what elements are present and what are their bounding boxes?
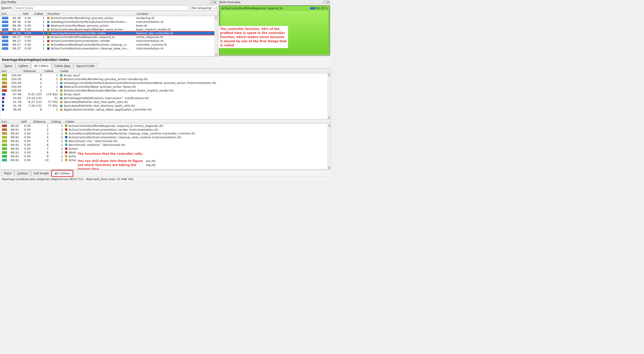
table-row[interactable]: 100.0051Array::any?: [0, 73, 331, 77]
detach-icon[interactable]: ◇: [210, 1, 213, 4]
table-row[interactable]: 99.350.001Hearings/HearingDayController:…: [0, 31, 218, 35]
close-icon[interactable]: ⊠: [213, 1, 216, 4]
th-called[interactable]: Called: [33, 12, 46, 16]
scroll-down-icon[interactable]: ▾: [328, 116, 331, 119]
th-location[interactable]: Location: [135, 12, 218, 16]
tab-callee-map[interactable]: Callee Map: [52, 63, 73, 69]
scrollbar[interactable]: ▴ ▾: [328, 73, 331, 119]
table-row[interactable]: 100.0011ActionController/BasicImplicitRe…: [0, 89, 331, 92]
location-name: instrumentation.rb: [135, 47, 218, 50]
self-value: 0.00: [22, 39, 33, 43]
table-row[interactable]: 99.910.0051Benchmark::ms^ (benchmark.rb): [0, 139, 331, 143]
parts-overview-canvas[interactable]: ActionController/MimeResponds::respond_t…: [219, 5, 330, 56]
th-distance[interactable]: Distance: [32, 120, 50, 124]
caller-name: ActionController/Rendering::process_acti…: [63, 77, 331, 81]
tab-source-code[interactable]: Source Code: [73, 63, 98, 69]
th-incl[interactable]: Incl.: [0, 69, 22, 73]
distance-value: 6: [32, 143, 50, 147]
table-row[interactable]: 99.270.001ActionController/MimeResponds:…: [0, 35, 218, 39]
color-square-icon: [47, 21, 50, 23]
search-input[interactable]: [14, 5, 188, 11]
table-row[interactable]: 99.910.0011ActionController/MimeResponds…: [0, 124, 331, 128]
tab-callers[interactable]: Callers: [16, 63, 31, 69]
table-row[interactable]: 99.910.0041ActionController/Instrumentat…: [0, 135, 331, 139]
self-value: 0.00: [20, 143, 32, 147]
th-self[interactable]: Self: [22, 12, 33, 16]
distance-value: 9: [22, 108, 43, 111]
callees-body[interactable]: 99.910.0011ActionController/MimeResponds…: [0, 124, 331, 170]
th-called[interactable]: Called: [43, 69, 59, 73]
called-value: 1: [33, 20, 46, 24]
table-row[interactable]: 99.910.0021ActionController/Instrumentat…: [0, 128, 331, 132]
th-function[interactable]: Function: [46, 12, 135, 16]
tab-all-callees[interactable]: All Callees: [52, 171, 73, 176]
table-row[interactable]: 99.910.00101Action: [0, 158, 331, 162]
table-row[interactable]: 99.910.0031ActiveRecord/Railties/Control…: [0, 132, 331, 135]
scroll-up-icon[interactable]: ▴: [214, 16, 218, 19]
table-row[interactable]: 41.788-27 (12)77 052Sprockets/PathUtils:…: [0, 100, 331, 104]
scroll-up-icon[interactable]: ▴: [328, 73, 331, 77]
color-square-icon: [60, 74, 62, 77]
th-self[interactable]: Self: [20, 120, 32, 124]
location-name: instrumentation.rb: [135, 39, 218, 43]
tab-callees[interactable]: Callees: [14, 171, 31, 176]
table-row[interactable]: 99.350.001ActionController/BasicImplicit…: [0, 28, 218, 31]
table-row[interactable]: 67.466-25 (10)174 822Array::each: [0, 92, 331, 96]
calling-value: 1: [50, 143, 64, 147]
scrollbar[interactable]: ▴ ▾: [328, 124, 331, 170]
tab-call-graph[interactable]: Call Graph: [31, 171, 52, 176]
scroll-down-icon[interactable]: ▾: [328, 166, 331, 169]
callers-body[interactable]: 100.0051Array::any?100.0041ActionControl…: [0, 73, 331, 119]
incl-value: 99.91: [8, 155, 20, 158]
location-name: base.rb: [135, 24, 218, 27]
self-value: 0.00: [20, 136, 32, 139]
detach-icon[interactable]: ◇: [323, 1, 326, 4]
th-distance[interactable]: Distance: [22, 69, 43, 73]
table-row[interactable]: 100.0041ActionController/Rendering::proc…: [0, 77, 331, 81]
th-caller[interactable]: Caller: [59, 69, 331, 73]
table-row[interactable]: 99.270.001ActiveRecord/Railties/Controll…: [0, 43, 218, 47]
scroll-up-icon[interactable]: ▴: [328, 124, 331, 127]
th-callee[interactable]: Callee: [64, 120, 331, 124]
table-row[interactable]: 39.4491ApplicationController::setup_fake…: [0, 108, 331, 111]
incl-value: 99.36: [9, 16, 22, 20]
tab-parts[interactable]: Parts: [1, 171, 14, 176]
incl-bar-icon: [2, 144, 7, 146]
function-name: ActiveRecord/Railties/ControllerRuntime:…: [50, 43, 135, 46]
table-row[interactable]: 50.6013-19 (15)31ActiveSupport/Notificat…: [0, 96, 331, 100]
tab-all-callers[interactable]: All Callers: [31, 63, 52, 69]
table-row[interactable]: 99.360.001Datadog/Contrib/ActionPack/Act…: [0, 20, 218, 24]
table-row[interactable]: 99.360.001ActionController/Rendering::pr…: [0, 16, 218, 20]
flat-table-body[interactable]: 99.360.001ActionController/Rendering::pr…: [0, 16, 218, 56]
scroll-down-icon[interactable]: ▾: [214, 53, 218, 56]
annotation-controller: The controller function. 99% of the prof…: [219, 26, 288, 48]
incl-bar-icon: [2, 93, 5, 96]
self-value: 0.00: [20, 132, 32, 135]
distance-value: 2: [32, 128, 50, 131]
function-name: AbstractController/Base::process_action: [50, 24, 135, 27]
table-row[interactable]: 99.910.0071Action: [0, 147, 331, 151]
table-row[interactable]: 41.787-26 (11)77 052Sprockets/PathUtils:…: [0, 104, 331, 108]
close-icon[interactable]: ⊠: [326, 1, 330, 4]
table-row[interactable]: 99.910.0081Abstra: [0, 151, 331, 154]
table-row[interactable]: 99.270.001ActionController/Instrumentati…: [0, 39, 218, 43]
color-square-icon: [47, 32, 50, 35]
table-row[interactable]: 100.0031Datadog/Contrib/ActionPack/Actio…: [0, 81, 331, 85]
called-value: 1: [33, 28, 46, 31]
table-row[interactable]: 99.270.001ActionController/Instrumentati…: [0, 47, 218, 50]
table-row[interactable]: 100.0021AbstractController/Base::process…: [0, 85, 331, 89]
table-row[interactable]: 99.910.0061Benchmark::realtime^ (benchma…: [0, 143, 331, 147]
table-row[interactable]: 99.910.0091Action: [0, 154, 331, 158]
annotation-callees: The functions that the controller calls.…: [76, 151, 146, 170]
th-incl[interactable]: Incl.: [0, 12, 22, 16]
callers-table: Incl. Distance Called Caller 100.0051Arr…: [0, 69, 331, 119]
grouping-select[interactable]: (No Grouping): [190, 5, 216, 11]
called-value: 77 052: [43, 100, 59, 104]
color-square-icon: [60, 78, 62, 80]
tab-types[interactable]: Types: [1, 63, 16, 69]
th-incl[interactable]: Incl.: [0, 120, 20, 124]
table-row[interactable]: 99.360.001AbstractController/Base::proce…: [0, 24, 218, 28]
callee-name: Action: [68, 147, 331, 150]
scrollbar[interactable]: ▴ ▾: [214, 16, 218, 56]
th-calling[interactable]: Calling: [50, 120, 64, 124]
